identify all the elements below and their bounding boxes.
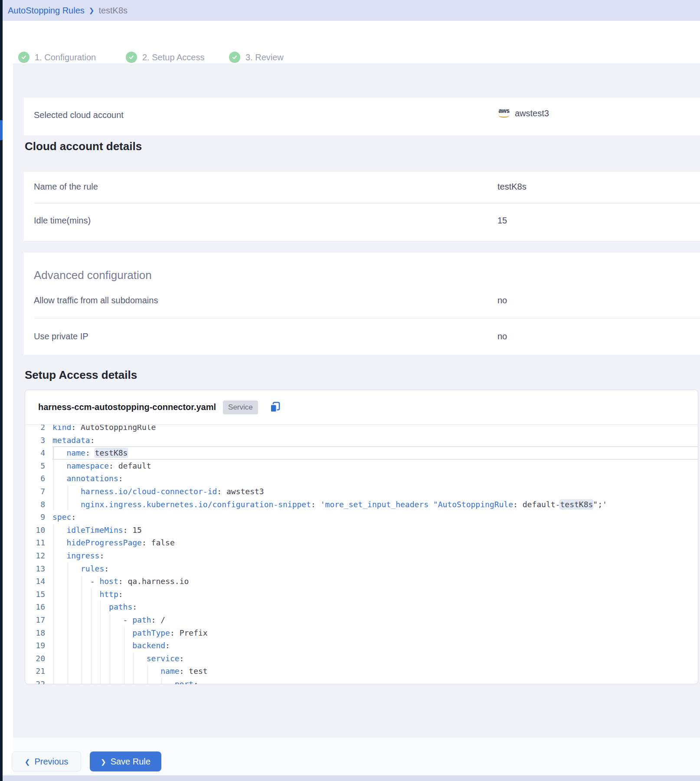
line-number: 4 — [25, 446, 52, 459]
save-rule-button[interactable]: ❯ Save Rule — [90, 751, 161, 771]
divider — [34, 318, 700, 318]
line-number: 8 — [25, 498, 52, 511]
line-number: 11 — [25, 536, 52, 549]
row-label: Selected cloud account — [34, 110, 124, 120]
chevron-left-icon: ❮ — [25, 758, 30, 765]
service-badge: Service — [223, 400, 258, 414]
breadcrumb-current: testK8s — [98, 6, 128, 16]
code-line: 3metadata: — [25, 434, 698, 447]
line-number: 10 — [25, 524, 52, 537]
code-line: 8 nginx.ingress.kubernetes.io/configurat… — [25, 498, 698, 511]
configuration-card: Name of the rule testK8s Idle time(mins)… — [24, 172, 700, 241]
line-number: 20 — [25, 652, 52, 665]
code-line: 15 http: — [25, 588, 698, 601]
code-line: 11 hideProgressPage: false — [25, 536, 698, 549]
row-label: Allow traffic from all subdomains — [34, 295, 158, 305]
line-number: 13 — [25, 562, 52, 575]
left-rail — [0, 0, 3, 781]
line-number: 12 — [25, 549, 52, 562]
row-value: testK8s — [497, 182, 527, 192]
section-title-setup-access: Setup Access details — [25, 368, 137, 382]
code-line: 21 name: test — [25, 665, 698, 678]
row-label: Idle time(mins) — [34, 216, 91, 226]
line-number: 14 — [25, 575, 52, 588]
line-number: 5 — [25, 459, 52, 473]
aws-logo-icon: aws — [497, 108, 510, 118]
check-circle-icon — [126, 52, 137, 63]
chevron-right-icon: ❯ — [101, 758, 106, 765]
line-number: 7 — [25, 485, 52, 498]
wizard-steps: 1. Configuration 2. Setup Access 3. Revi… — [3, 21, 700, 63]
line-number: 15 — [25, 588, 52, 601]
code-line: 2kind: AutoStoppingRule — [25, 424, 698, 434]
tab-label: 1. Configuration — [35, 53, 96, 62]
line-number: 18 — [25, 627, 52, 640]
code-line: 20 service: — [25, 652, 698, 665]
code-line: 18 pathType: Prefix — [25, 627, 698, 640]
line-number: 2 — [25, 424, 52, 434]
chevron-right-icon: ❯ — [89, 7, 95, 14]
code-line: 16 paths: — [25, 601, 698, 614]
code-line: 14 - host: qa.harness.io — [25, 575, 698, 588]
code-line: 17 - path: / — [25, 614, 698, 627]
code-line: 12 ingress: — [25, 549, 698, 562]
previous-button[interactable]: ❮ Previous — [12, 751, 81, 771]
advanced-configuration-card: Advanced configuration Allow traffic fro… — [24, 253, 700, 355]
row-value: no — [497, 295, 507, 305]
code-line: 19 backend: — [25, 639, 698, 652]
cloud-account-name: awstest3 — [515, 108, 549, 118]
line-number: 9 — [25, 511, 52, 524]
line-number: 3 — [25, 434, 52, 447]
line-number: 19 — [25, 639, 52, 652]
line-number: 6 — [25, 472, 52, 485]
line-number: 17 — [25, 614, 52, 627]
code-line: 5 namespace: default — [25, 459, 698, 473]
row-value: no — [497, 331, 507, 341]
copy-icon — [269, 401, 281, 413]
row-value: 15 — [497, 216, 507, 226]
code-line: 13 rules: — [25, 562, 698, 575]
code-line: 10 idleTimeMins: 15 — [25, 524, 698, 537]
yaml-card-header: harness-ccm-autostopping-connector.yaml … — [25, 390, 698, 424]
cloud-account-card: Selected cloud account aws awstest3 — [24, 98, 700, 135]
yaml-filename: harness-ccm-autostopping-connector.yaml — [38, 402, 216, 412]
review-page: Cloud account details Selected cloud acc… — [13, 63, 700, 738]
row-label: Name of the rule — [34, 182, 98, 192]
line-number: 21 — [25, 665, 52, 678]
line-number: 22 — [25, 678, 52, 684]
bottom-strip — [3, 775, 700, 781]
check-circle-icon — [229, 52, 240, 63]
code-line: 6 annotations: — [25, 472, 698, 485]
copy-button[interactable] — [269, 401, 281, 413]
row-label: Use private IP — [34, 331, 88, 341]
divider — [34, 203, 700, 203]
check-circle-icon — [18, 52, 29, 63]
left-gutter — [3, 21, 13, 781]
code-line: 4 name: testK8s — [25, 446, 698, 459]
line-number: 16 — [25, 601, 52, 614]
scrollbar-thumb[interactable] — [0, 120, 3, 140]
section-title-cloud-account: Cloud account details — [25, 140, 142, 153]
breadcrumb: AutoStopping Rules ❯ testK8s — [8, 6, 128, 16]
breadcrumb-bar: AutoStopping Rules ❯ testK8s — [3, 0, 700, 21]
yaml-editor[interactable]: 2kind: AutoStoppingRule3metadata:4 name:… — [25, 424, 698, 684]
code-line: 22 port: — [25, 678, 698, 684]
breadcrumb-root-link[interactable]: AutoStopping Rules — [8, 6, 85, 16]
tab-label: 3. Review — [245, 53, 284, 62]
code-line: 7 harness.io/cloud-connector-id: awstest… — [25, 485, 698, 498]
code-line: 9spec: — [25, 511, 698, 524]
row-value: aws awstest3 — [497, 108, 549, 118]
tab-label: 2. Setup Access — [142, 53, 204, 62]
code-lines: 2kind: AutoStoppingRule3metadata:4 name:… — [25, 424, 698, 684]
section-title-advanced: Advanced configuration — [34, 269, 152, 282]
yaml-card: harness-ccm-autostopping-connector.yaml … — [25, 390, 698, 684]
